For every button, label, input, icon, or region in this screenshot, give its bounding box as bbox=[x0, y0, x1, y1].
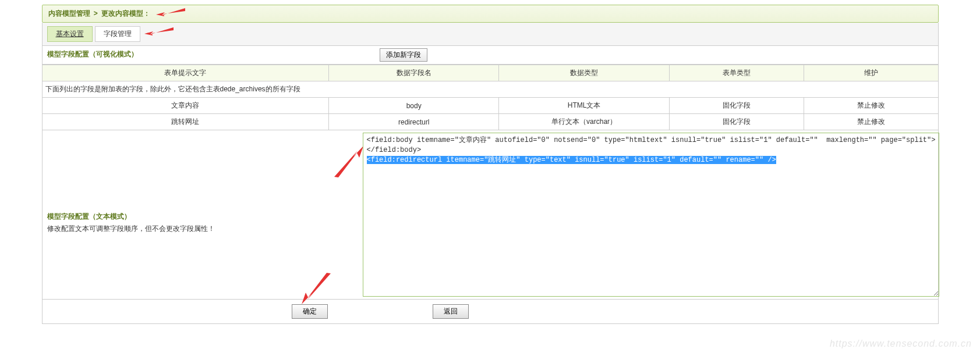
back-button[interactable]: 返回 bbox=[433, 304, 469, 319]
text-mode-left: 模型字段配置（文本模式） 修改配置文本可调整字段顺序，但不会更改字段属性！ bbox=[43, 130, 360, 299]
svg-marker-1 bbox=[144, 27, 174, 35]
cell-form-type: 固化字段 bbox=[669, 98, 804, 114]
confirm-button[interactable]: 确定 bbox=[292, 304, 328, 319]
table-header-row: 表单提示文字 数据字段名 数据类型 表单类型 维护 bbox=[42, 65, 938, 81]
breadcrumb: 内容模型管理 > 更改内容模型： bbox=[48, 9, 151, 17]
cell-data-type: HTML文本 bbox=[499, 98, 669, 114]
cell-prompt: 跳转网址 bbox=[42, 114, 328, 130]
col-maintain: 维护 bbox=[804, 65, 938, 81]
cell-form-type: 固化字段 bbox=[669, 114, 804, 130]
tab-field-management[interactable]: 字段管理 bbox=[95, 26, 140, 42]
footer-actions: 确定 返回 bbox=[42, 300, 939, 324]
svg-marker-0 bbox=[156, 8, 185, 16]
cell-field-name: body bbox=[328, 98, 498, 114]
cell-maintain: 禁止修改 bbox=[804, 98, 938, 114]
cell-field-name: redirecturl bbox=[328, 114, 498, 130]
cell-maintain: 禁止修改 bbox=[804, 114, 938, 130]
table-row: 文章内容 body HTML文本 固化字段 禁止修改 bbox=[42, 98, 938, 114]
text-mode-desc: 修改配置文本可调整字段顺序，但不会更改字段属性！ bbox=[47, 224, 356, 234]
text-mode-section: 模型字段配置（文本模式） 修改配置文本可调整字段顺序，但不会更改字段属性！ <f… bbox=[42, 130, 939, 300]
cell-data-type: 单行文本（varchar） bbox=[499, 114, 669, 130]
breadcrumb-bar: 内容模型管理 > 更改内容模型： bbox=[42, 5, 939, 23]
col-data-type: 数据类型 bbox=[499, 65, 669, 81]
breadcrumb-root[interactable]: 内容模型管理 bbox=[48, 9, 90, 17]
breadcrumb-current: 更改内容模型： bbox=[101, 9, 150, 17]
code-line-selected: <field:redirecturl itemname="跳转网址" type=… bbox=[367, 156, 776, 164]
tabs-row: 基本设置 字段管理 bbox=[42, 23, 939, 46]
text-mode-title: 模型字段配置（文本模式） bbox=[47, 212, 356, 222]
cell-prompt: 文章内容 bbox=[42, 98, 328, 114]
tab-basic-settings[interactable]: 基本设置 bbox=[47, 26, 93, 42]
code-line: </field:body> bbox=[367, 145, 936, 155]
breadcrumb-separator: > bbox=[94, 9, 98, 17]
col-form-type: 表单类型 bbox=[669, 65, 804, 81]
table-desc: 下面列出的字段是附加表的字段，除此外，它还包含主表dede_archives的所… bbox=[42, 81, 938, 98]
visual-mode-header: 模型字段配置（可视化模式） 添加新字段 bbox=[42, 46, 939, 65]
annotation-arrow-icon bbox=[144, 26, 174, 37]
table-desc-row: 下面列出的字段是附加表的字段，除此外，它还包含主表dede_archives的所… bbox=[42, 81, 938, 98]
field-config-textarea[interactable]: <field:body itemname="文章内容" autofield="0… bbox=[363, 133, 940, 297]
col-prompt: 表单提示文字 bbox=[42, 65, 328, 81]
code-line: <field:body itemname="文章内容" autofield="0… bbox=[367, 136, 936, 145]
fields-table: 表单提示文字 数据字段名 数据类型 表单类型 维护 下面列出的字段是附加表的字段… bbox=[42, 65, 939, 130]
table-row: 跳转网址 redirecturl 单行文本（varchar） 固化字段 禁止修改 bbox=[42, 114, 938, 130]
annotation-arrow-icon bbox=[156, 6, 185, 18]
add-field-button[interactable]: 添加新字段 bbox=[380, 48, 427, 62]
col-field-name: 数据字段名 bbox=[328, 65, 498, 81]
visual-mode-title: 模型字段配置（可视化模式） bbox=[43, 46, 376, 64]
